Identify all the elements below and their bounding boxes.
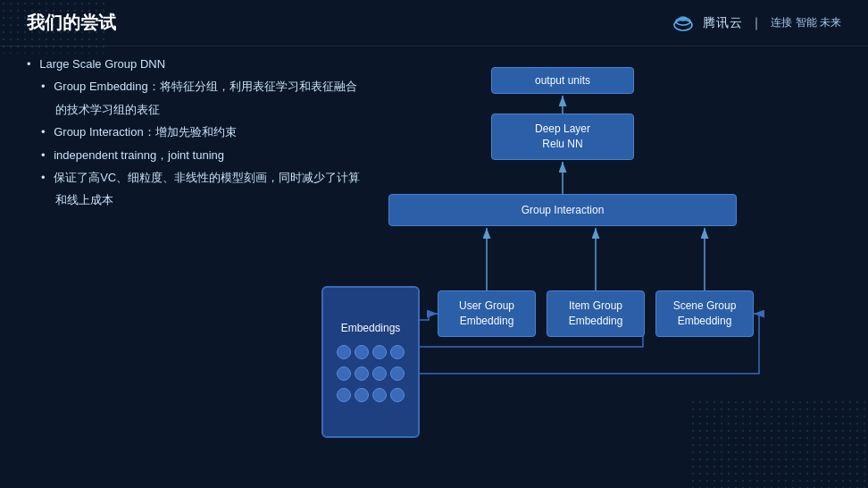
emb-cell-2-1 xyxy=(337,366,351,381)
item-group-label: Item Group Embedding xyxy=(569,299,623,329)
header: 我们的尝试 腾讯云 ｜ 连接 智能 未来 xyxy=(0,0,868,46)
emb-cell-3-4 xyxy=(390,388,405,402)
connector-emb1-user xyxy=(420,314,438,320)
emb-cell-2-2 xyxy=(355,366,369,381)
bullet-dot-1: • xyxy=(41,80,46,93)
sub-bullet-4-text: 保证了高VC、细粒度、非线性的模型刻画，同时减少了计算 xyxy=(54,171,360,184)
user-group-label: User Group Embedding xyxy=(459,299,514,329)
emb-cell-2-3 xyxy=(372,366,387,381)
emb-row-2 xyxy=(337,366,405,381)
emb-cell-1-2 xyxy=(355,345,369,359)
bullet-dot-2: • xyxy=(41,125,46,139)
item-group-embedding-box: Item Group Embedding xyxy=(547,290,645,337)
emb-cell-3-1 xyxy=(337,388,351,402)
user-group-embedding-box: User Group Embedding xyxy=(438,290,536,337)
sub-bullet-2-text: Group Interaction：增加先验和约束 xyxy=(54,125,236,139)
sub-bullet-1-cont-text: 的技术学习组的表征 xyxy=(55,103,160,116)
emb-row-1 xyxy=(337,345,405,359)
emb-cell-1-1 xyxy=(337,345,351,359)
deep-layer-box: Deep Layer Relu NN xyxy=(491,114,634,160)
emb-cell-1-3 xyxy=(372,345,387,359)
emb-cell-2-4 xyxy=(390,366,405,381)
bullet-dot-3: • xyxy=(41,148,46,162)
sub-bullet-1-text: Group Embedding：将特征分组，利用表征学习和表征融合 xyxy=(54,80,357,93)
sub-bullet-4-cont-text: 和线上成本 xyxy=(55,193,113,206)
logo-slogan: 连接 智能 未来 xyxy=(771,15,841,30)
group-interaction-box: Group Interaction xyxy=(388,194,737,226)
svg-point-2 xyxy=(679,16,688,21)
embeddings-label: Embeddings xyxy=(341,322,401,334)
diagram-area: output units Deep Layer Relu NN Group In… xyxy=(321,49,859,478)
group-interaction-label: Group Interaction xyxy=(522,204,605,216)
logo-separator: ｜ xyxy=(750,15,764,31)
emb-cell-3-2 xyxy=(355,388,369,402)
embeddings-box: Embeddings xyxy=(321,286,420,438)
emb-cell-3-3 xyxy=(372,388,387,402)
scene-group-label: Scene Group Embedding xyxy=(673,299,737,329)
emb-cell-1-4 xyxy=(390,345,405,359)
bullet-dot-4: • xyxy=(41,171,46,184)
emb-row-3 xyxy=(337,388,405,402)
sub-bullet-3-text: independent trainng，joint tuning xyxy=(54,148,224,162)
logo-area: 腾讯云 ｜ 连接 智能 未来 xyxy=(671,11,841,36)
page-title: 我们的尝试 xyxy=(27,11,116,35)
output-units-box: output units xyxy=(491,67,634,94)
bullet-dot-main: • xyxy=(27,57,31,71)
logo-icon xyxy=(671,11,696,36)
scene-group-embedding-box: Scene Group Embedding xyxy=(655,290,754,337)
logo-company: 腾讯云 xyxy=(703,15,743,31)
output-units-label: output units xyxy=(535,74,590,87)
main-bullet-text: Large Scale Group DNN xyxy=(39,57,165,71)
deep-layer-label: Deep Layer Relu NN xyxy=(535,122,590,152)
